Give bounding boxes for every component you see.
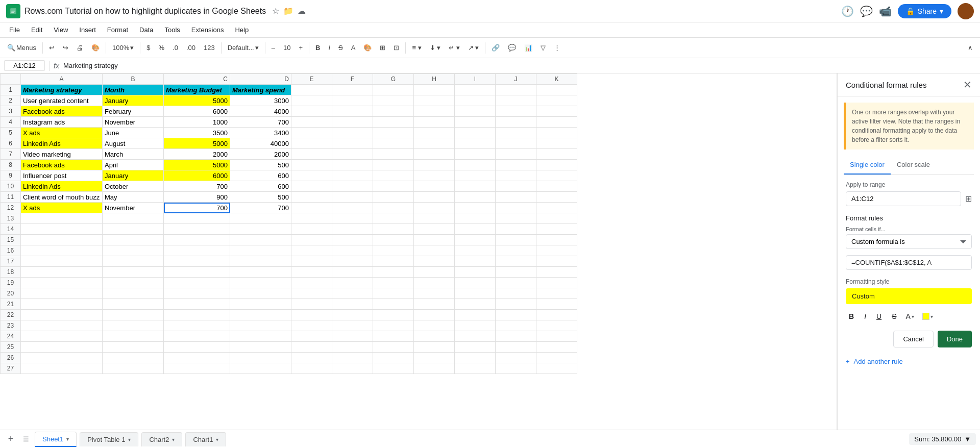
- empty-cell[interactable]: [496, 353, 536, 363]
- empty-cell[interactable]: [414, 278, 455, 288]
- empty-cell[interactable]: [373, 224, 414, 235]
- empty-cell[interactable]: [332, 85, 373, 95]
- empty-cell[interactable]: [103, 256, 164, 267]
- cell-a[interactable]: Influencer post: [21, 170, 103, 181]
- empty-cell[interactable]: [536, 256, 577, 267]
- empty-cell[interactable]: [536, 267, 577, 278]
- cell-b[interactable]: August: [103, 138, 164, 149]
- range-input[interactable]: [846, 191, 961, 206]
- empty-cell[interactable]: [414, 224, 455, 235]
- empty-cell[interactable]: [164, 299, 230, 310]
- empty-cell[interactable]: [164, 310, 230, 320]
- menu-view[interactable]: View: [48, 24, 73, 36]
- empty-cell[interactable]: [332, 192, 373, 203]
- empty-cell[interactable]: [414, 320, 455, 331]
- empty-cell[interactable]: [414, 331, 455, 342]
- print-button[interactable]: 🖨: [74, 42, 86, 54]
- sheets-list-button[interactable]: ☰: [19, 433, 33, 446]
- empty-cell[interactable]: [164, 245, 230, 256]
- empty-cell[interactable]: [496, 85, 536, 95]
- cell-a[interactable]: Video marketing: [21, 149, 103, 160]
- more-options-button[interactable]: ⋮: [551, 42, 564, 54]
- empty-cell[interactable]: [536, 310, 577, 320]
- cell-a[interactable]: Marketing strategy: [21, 85, 103, 95]
- cell-d[interactable]: 600: [230, 181, 291, 192]
- empty-cell[interactable]: [496, 299, 536, 310]
- empty-cell[interactable]: [455, 256, 496, 267]
- cell-c[interactable]: 900: [164, 192, 230, 203]
- empty-cell[interactable]: [414, 160, 455, 170]
- percent-button[interactable]: %: [156, 42, 168, 54]
- empty-cell[interactable]: [414, 213, 455, 224]
- empty-cell[interactable]: [414, 288, 455, 299]
- empty-cell[interactable]: [332, 170, 373, 181]
- rotate-button[interactable]: ↗ ▾: [465, 42, 482, 54]
- empty-cell[interactable]: [291, 170, 332, 181]
- col-header-e[interactable]: E: [291, 74, 332, 85]
- empty-cell[interactable]: [373, 299, 414, 310]
- empty-cell[interactable]: [373, 353, 414, 363]
- empty-cell[interactable]: [373, 203, 414, 213]
- empty-cell[interactable]: [455, 331, 496, 342]
- empty-cell[interactable]: [536, 224, 577, 235]
- history-icon[interactable]: 🕐: [841, 5, 854, 17]
- cell-d[interactable]: 500: [230, 192, 291, 203]
- empty-cell[interactable]: [455, 342, 496, 353]
- empty-cell[interactable]: [373, 128, 414, 138]
- empty-cell[interactable]: [455, 310, 496, 320]
- empty-cell[interactable]: [230, 342, 291, 353]
- spreadsheet[interactable]: A B C D E F G H I J K 1Marketing strateg…: [0, 73, 837, 430]
- empty-cell[interactable]: [164, 353, 230, 363]
- empty-cell[interactable]: [332, 245, 373, 256]
- add-another-rule[interactable]: + Add another rule: [846, 354, 972, 369]
- empty-cell[interactable]: [21, 245, 103, 256]
- empty-cell[interactable]: [291, 267, 332, 278]
- empty-cell[interactable]: [496, 310, 536, 320]
- format-italic-button[interactable]: I: [861, 310, 869, 322]
- empty-cell[interactable]: [21, 342, 103, 353]
- empty-cell[interactable]: [230, 224, 291, 235]
- empty-cell[interactable]: [536, 170, 577, 181]
- font-size-decrease[interactable]: –: [268, 42, 278, 54]
- empty-cell[interactable]: [414, 203, 455, 213]
- empty-cell[interactable]: [230, 278, 291, 288]
- empty-cell[interactable]: [496, 160, 536, 170]
- empty-cell[interactable]: [536, 192, 577, 203]
- hide-toolbar-button[interactable]: ∧: [965, 42, 976, 54]
- empty-cell[interactable]: [291, 203, 332, 213]
- empty-cell[interactable]: [164, 342, 230, 353]
- cell-c[interactable]: 5000: [164, 95, 230, 106]
- empty-cell[interactable]: [230, 363, 291, 374]
- cell-d[interactable]: 600: [230, 170, 291, 181]
- empty-cell[interactable]: [414, 106, 455, 117]
- empty-cell[interactable]: [164, 224, 230, 235]
- format-condition-dropdown[interactable]: Custom formula is: [846, 234, 972, 249]
- empty-cell[interactable]: [164, 213, 230, 224]
- borders-button[interactable]: ⊞: [377, 42, 388, 54]
- empty-cell[interactable]: [414, 267, 455, 278]
- cell-d[interactable]: 3400: [230, 128, 291, 138]
- empty-cell[interactable]: [496, 278, 536, 288]
- cell-a[interactable]: Linkedin Ads: [21, 181, 103, 192]
- folder-icon[interactable]: 📁: [283, 6, 293, 16]
- empty-cell[interactable]: [455, 128, 496, 138]
- empty-cell[interactable]: [455, 320, 496, 331]
- menu-tools[interactable]: Tools: [159, 24, 185, 36]
- empty-cell[interactable]: [332, 278, 373, 288]
- empty-cell[interactable]: [103, 245, 164, 256]
- col-header-i[interactable]: I: [455, 74, 496, 85]
- empty-cell[interactable]: [21, 213, 103, 224]
- empty-cell[interactable]: [291, 310, 332, 320]
- empty-cell[interactable]: [373, 213, 414, 224]
- empty-cell[interactable]: [230, 245, 291, 256]
- format-strikethrough-button[interactable]: S: [889, 310, 899, 322]
- menu-data[interactable]: Data: [134, 24, 158, 36]
- empty-cell[interactable]: [332, 299, 373, 310]
- cell-d[interactable]: 40000: [230, 138, 291, 149]
- empty-cell[interactable]: [103, 224, 164, 235]
- cell-d[interactable]: 700: [230, 203, 291, 213]
- empty-cell[interactable]: [414, 128, 455, 138]
- col-header-j[interactable]: J: [496, 74, 536, 85]
- empty-cell[interactable]: [455, 213, 496, 224]
- sheet-tab-pivot-table[interactable]: Pivot Table 1 ▾: [80, 432, 138, 446]
